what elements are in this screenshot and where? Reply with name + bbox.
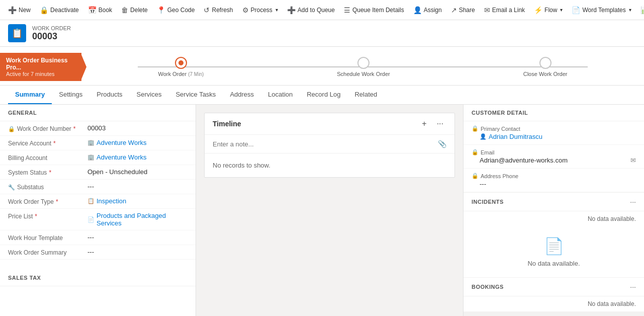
- queue-item-details-icon: ☰: [344, 6, 350, 14]
- bookings-header: BOOKINGS ···: [464, 278, 644, 296]
- add-to-queue-icon: ➕: [287, 6, 296, 14]
- bookings-no-data-right: No data available.: [464, 296, 644, 311]
- email-icon: ✉: [484, 6, 490, 14]
- delete-icon: 🗑: [121, 6, 128, 14]
- tab-products[interactable]: Products: [89, 86, 129, 104]
- process-step-1[interactable]: Work Order (7 Min): [158, 57, 204, 77]
- record-header: 📋 WORK ORDER 00003: [0, 20, 644, 47]
- lock-icon: 🔒: [8, 126, 15, 132]
- assign-button[interactable]: 👤 Assign: [409, 4, 446, 16]
- timeline-actions: + ···: [419, 118, 446, 129]
- tab-location[interactable]: Location: [261, 86, 300, 104]
- step-label-1: Work Order (7 Min): [158, 71, 204, 77]
- field-label-work-order-summary: Work Order Summary: [8, 248, 83, 256]
- field-label-work-order-type: Work Order Type *: [8, 197, 83, 205]
- field-label-billing-account: Billing Account: [8, 153, 83, 162]
- step-circle-2: [357, 57, 370, 69]
- incidents-no-data-icon: 📄: [472, 236, 636, 256]
- timeline-more-button[interactable]: ···: [434, 118, 446, 129]
- process-step-2[interactable]: Schedule Work Order: [337, 57, 390, 77]
- refresh-icon: ↺: [204, 6, 210, 14]
- field-value-work-order-number: 00003: [87, 124, 188, 132]
- process-title: Work Order Business Pro...: [6, 57, 75, 71]
- entity-number: 00003: [32, 31, 71, 42]
- field-substatus: 🔧 Substatus ---: [0, 180, 196, 194]
- process-button[interactable]: ⚙ Process: [238, 4, 282, 16]
- customer-detail-card: CUSTOMER DETAIL 🔒 Primary Contact 👤 Adri…: [464, 105, 644, 192]
- tab-services[interactable]: Services: [130, 86, 169, 104]
- field-value-price-list: 📄 Products and Packaged Services: [87, 212, 188, 227]
- timeline-header: Timeline + ···: [205, 113, 454, 135]
- primary-contact-link[interactable]: 👤 Adrian Dumitrascu: [480, 133, 636, 140]
- email-a-link-button[interactable]: ✉ Email a Link: [480, 4, 529, 16]
- deactivate-icon: 🔒: [40, 6, 48, 14]
- process-step-3[interactable]: Close Work Order: [523, 57, 568, 77]
- center-panel: Timeline + ··· 📎 No records to show.: [196, 105, 463, 316]
- refresh-button[interactable]: ↺ Refresh: [200, 4, 237, 16]
- deactivate-button[interactable]: 🔒 Deactivate: [36, 4, 83, 16]
- field-work-order-number: 🔒 Work Order Number * 00003: [0, 121, 196, 136]
- field-work-hour-template: Work Hour Template ---: [0, 230, 196, 245]
- process-sidebar[interactable]: Work Order Business Pro... Active for 7 …: [0, 53, 81, 81]
- tab-settings[interactable]: Settings: [52, 86, 89, 104]
- flow-icon: ⚡: [534, 6, 542, 14]
- email-field: 🔒 Email Adrian@adventure-works.com ✉: [464, 145, 644, 169]
- process-steps: Work Order (7 Min) Schedule Work Order C…: [81, 57, 644, 77]
- right-panel: CUSTOMER DETAIL 🔒 Primary Contact 👤 Adri…: [463, 105, 644, 316]
- timeline-title: Timeline: [213, 120, 241, 128]
- step-label-2: Schedule Work Order: [337, 71, 390, 77]
- field-label-work-hour-template: Work Hour Template: [8, 233, 83, 242]
- field-value-work-hour-template: ---: [87, 233, 188, 241]
- email-send-icon[interactable]: ✉: [630, 156, 636, 164]
- add-to-queue-button[interactable]: ➕ Add to Queue: [283, 4, 339, 16]
- word-templates-button[interactable]: 📄 Word Templates: [568, 4, 635, 16]
- geocode-button[interactable]: 📍 Geo Code: [153, 4, 199, 16]
- process-subtitle: Active for 7 minutes: [6, 71, 75, 77]
- no-records-text: No records to show.: [205, 153, 454, 177]
- field-value-billing-account: 🏢 Adventure Works: [87, 153, 188, 161]
- book-icon: 📅: [88, 6, 97, 14]
- primary-contact-field: 🔒 Primary Contact 👤 Adrian Dumitrascu: [464, 121, 644, 145]
- queue-item-details-button[interactable]: ☰ Queue Item Details: [340, 4, 408, 16]
- timeline-note-input[interactable]: [213, 140, 434, 148]
- flow-button[interactable]: ⚡ Flow: [530, 4, 567, 16]
- billing-account-link[interactable]: 🏢 Adventure Works: [87, 153, 188, 161]
- primary-contact-label: 🔒 Primary Contact: [472, 125, 636, 132]
- book-button[interactable]: 📅 Book: [84, 4, 116, 16]
- bookings-card: BOOKINGS ··· No data available.: [464, 278, 644, 311]
- tab-related[interactable]: Related: [347, 86, 384, 104]
- contact-person-icon: 👤: [480, 133, 487, 140]
- share-button[interactable]: ↗ Share: [447, 4, 479, 16]
- timeline-card: Timeline + ··· 📎 No records to show.: [204, 113, 455, 178]
- entity-info: WORK ORDER 00003: [32, 25, 71, 42]
- field-price-list: Price List * 📄 Products and Packaged Ser…: [0, 209, 196, 230]
- process-chevron: [81, 55, 86, 79]
- service-account-link[interactable]: 🏢 Adventure Works: [87, 139, 188, 146]
- address-phone-label: 🔒 Address Phone: [472, 173, 636, 179]
- geocode-icon: 📍: [157, 6, 165, 14]
- delete-button[interactable]: 🗑 Delete: [117, 4, 152, 16]
- attachment-icon: 📎: [438, 140, 446, 148]
- email-label: 🔒 Email: [472, 149, 636, 155]
- bookings-more-button[interactable]: ···: [630, 283, 636, 291]
- tab-summary[interactable]: Summary: [8, 86, 52, 104]
- work-order-type-link[interactable]: 📋 Inspection: [87, 197, 188, 205]
- incidents-no-data-right: No data available.: [464, 211, 644, 226]
- new-button[interactable]: ➕ New: [4, 4, 35, 16]
- incidents-more-button[interactable]: ···: [630, 198, 636, 206]
- field-billing-account: Billing Account 🏢 Adventure Works: [0, 150, 196, 165]
- tab-service-tasks[interactable]: Service Tasks: [168, 86, 223, 104]
- tabs: Summary Settings Products Services Servi…: [0, 86, 644, 105]
- share-icon: ↗: [451, 6, 457, 14]
- field-label-system-status: System Status *: [8, 168, 83, 176]
- process-bar: Work Order Business Pro... Active for 7 …: [0, 47, 644, 86]
- email-value: Adrian@adventure-works.com ✉: [472, 156, 636, 164]
- tab-record-log[interactable]: Record Log: [300, 86, 347, 104]
- run-report-button[interactable]: 📊 Run Report: [636, 4, 644, 16]
- price-list-link[interactable]: 📄 Products and Packaged Services: [87, 212, 188, 227]
- field-value-substatus: ---: [87, 183, 188, 190]
- tab-address[interactable]: Address: [223, 86, 261, 104]
- incidents-no-data: 📄 No data available.: [464, 226, 644, 277]
- timeline-add-button[interactable]: +: [419, 118, 429, 129]
- new-icon: ➕: [8, 6, 17, 14]
